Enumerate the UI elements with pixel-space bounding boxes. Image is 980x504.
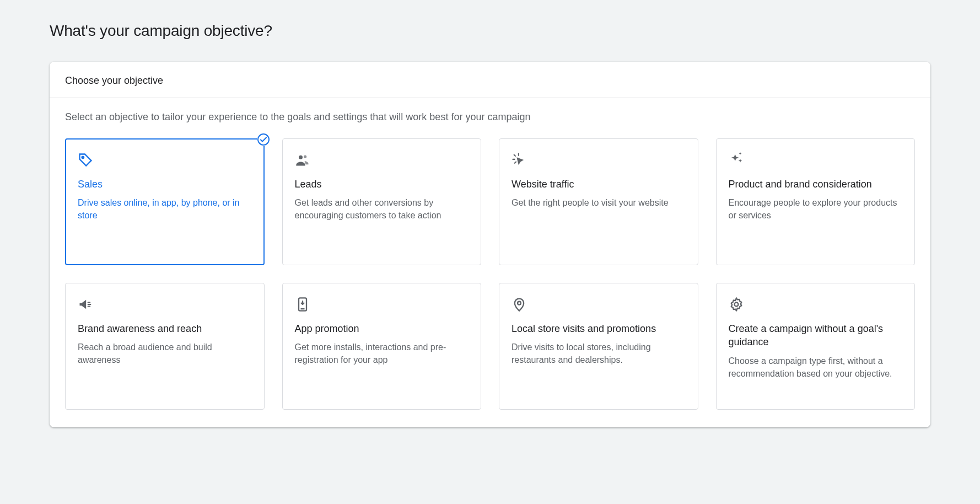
objective-title: Product and brand consideration [729, 178, 903, 191]
location-pin-icon [511, 297, 527, 312]
svg-point-14 [734, 303, 738, 307]
panel-body: Select an objective to tailor your exper… [50, 98, 930, 427]
gear-icon [729, 297, 744, 312]
objective-panel: Choose your objective Select an objectiv… [50, 62, 930, 427]
objective-description: Get leads and other conversions by encou… [295, 196, 469, 222]
objective-title: Leads [295, 178, 469, 191]
objective-card-leads[interactable]: Leads Get leads and other conversions by… [282, 138, 482, 265]
megaphone-icon [78, 297, 93, 312]
objective-card-product-brand[interactable]: Product and brand consideration Encourag… [716, 138, 916, 265]
svg-point-3 [299, 156, 303, 159]
objective-description: Drive visits to local stores, including … [511, 341, 686, 366]
objective-card-sales[interactable]: Sales Drive sales online, in app, by pho… [65, 138, 265, 265]
objective-description: Choose a campaign type first, without a … [729, 355, 903, 380]
objective-description: Get the right people to visit your websi… [511, 196, 686, 209]
panel-header: Choose your objective [50, 62, 930, 98]
objective-description: Encourage people to explore your product… [729, 196, 903, 222]
objective-title: Brand awareness and reach [78, 322, 252, 335]
instructions-text: Select an objective to tailor your exper… [65, 111, 915, 123]
svg-point-0 [258, 134, 269, 145]
objective-title: Website traffic [511, 178, 686, 191]
objective-title: App promotion [295, 322, 469, 335]
objective-card-brand-awareness[interactable]: Brand awareness and reach Reach a broad … [65, 283, 265, 410]
objective-title: Create a campaign without a goal's guida… [729, 322, 903, 349]
objective-title: Sales [78, 178, 252, 191]
objective-description: Reach a broad audience and build awarene… [78, 341, 252, 366]
app-download-icon [295, 297, 310, 312]
svg-point-12 [518, 302, 521, 305]
objective-card-local-store[interactable]: Local store visits and promotions Drive … [499, 283, 698, 410]
people-icon [295, 152, 310, 168]
objective-card-app-promotion[interactable]: App promotion Get more installs, interac… [282, 283, 482, 410]
svg-point-4 [304, 156, 306, 158]
objective-description: Get more installs, interactions and pre-… [295, 341, 469, 366]
sparkle-icon [729, 152, 744, 168]
page-title: What's your campaign objective? [50, 22, 930, 40]
tag-icon [78, 152, 93, 168]
selected-check-icon [257, 133, 270, 146]
objective-title: Local store visits and promotions [511, 322, 686, 335]
objective-card-website-traffic[interactable]: Website traffic Get the right people to … [499, 138, 698, 265]
objective-grid: Sales Drive sales online, in app, by pho… [65, 138, 915, 410]
svg-point-1 [82, 157, 84, 159]
objective-card-no-goal[interactable]: Create a campaign without a goal's guida… [716, 283, 916, 410]
objective-description: Drive sales online, in app, by phone, or… [78, 196, 252, 222]
cursor-click-icon [511, 152, 527, 168]
